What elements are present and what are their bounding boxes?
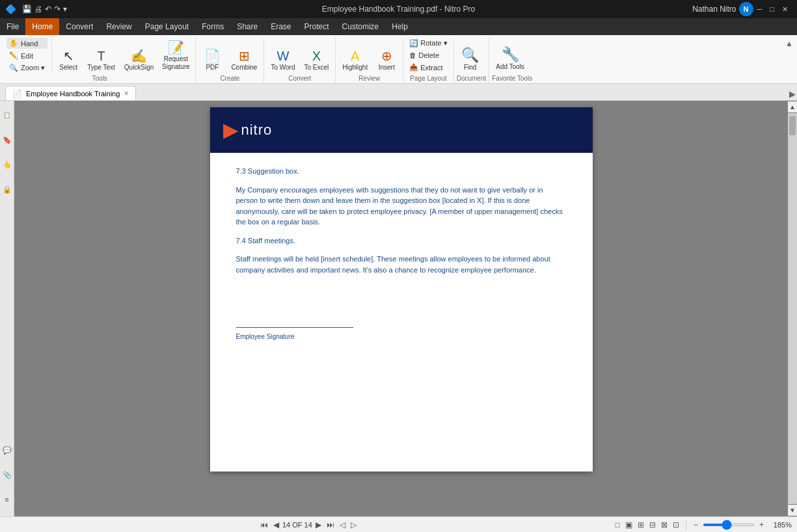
- last-page-button[interactable]: ⏭: [325, 520, 336, 529]
- document-buttons: 🔍 Find: [457, 38, 487, 73]
- tab-scroll-right-button[interactable]: ▶: [788, 88, 797, 100]
- sidebar-panel-icon[interactable]: 📋: [1, 103, 13, 127]
- undo-button[interactable]: ↶: [44, 4, 52, 14]
- document-viewer[interactable]: ▶ nitro 7.3 Suggestion box. My Company e…: [14, 101, 788, 516]
- page-layout-buttons: 🔄 Rotate ▾ 🗑 Delete 📤 Extract: [406, 38, 450, 73]
- hand-icon: ✋: [9, 39, 18, 47]
- menu-convert[interactable]: Convert: [59, 18, 100, 35]
- annotations-icon[interactable]: 👆: [1, 153, 13, 176]
- combine-button[interactable]: ⊞ Combine: [227, 47, 261, 73]
- print-button[interactable]: 🖨: [34, 4, 43, 14]
- window-controls: Nathan Nitro N ─ □ ✕: [692, 2, 792, 16]
- comments-icon[interactable]: 💬: [1, 438, 13, 462]
- save-button[interactable]: 💾: [21, 4, 33, 14]
- menu-page-layout[interactable]: Page Layout: [139, 18, 195, 35]
- type-text-button[interactable]: T Type Text: [83, 47, 119, 73]
- close-button[interactable]: ✕: [778, 4, 792, 15]
- single-page-view-button[interactable]: □: [614, 520, 621, 529]
- attachments-icon[interactable]: 📎: [1, 463, 13, 486]
- right-scrollbar: ▲ ▼: [788, 101, 797, 516]
- maximize-button[interactable]: □: [766, 4, 778, 14]
- double-page-view-button[interactable]: ▣: [624, 520, 634, 529]
- menu-erase[interactable]: Erase: [264, 18, 297, 35]
- menu-file[interactable]: File: [0, 18, 25, 35]
- menu-review[interactable]: Review: [100, 18, 138, 35]
- ribbon-group-favorite-tools: 🔧 Add Tools Favorite Tools: [489, 38, 535, 83]
- customize-qa-button[interactable]: ▾: [62, 4, 68, 14]
- find-button[interactable]: 🔍 Find: [457, 46, 484, 73]
- signature-label: Employee Signature: [236, 332, 567, 341]
- prev-section-button[interactable]: ◁: [338, 520, 347, 529]
- to-word-button[interactable]: W To Word: [267, 47, 299, 73]
- security-icon[interactable]: 🔒: [1, 178, 13, 201]
- highlight-icon: A: [351, 49, 359, 62]
- extract-button[interactable]: 📤 Extract: [406, 62, 446, 73]
- edit-tool-button[interactable]: ✏️ Edit: [7, 50, 47, 61]
- scroll-down-button[interactable]: ▼: [787, 504, 797, 516]
- nitro-logo-icon: ▶: [223, 120, 237, 141]
- panel-view-button[interactable]: ⊡: [671, 520, 681, 529]
- redo-button[interactable]: ↷: [53, 4, 61, 14]
- pdf-button[interactable]: 📄 PDF: [198, 47, 226, 73]
- quick-access-toolbar: 💾 🖨 ↶ ↷ ▾: [19, 4, 70, 14]
- zoom-out-button[interactable]: −: [692, 520, 700, 529]
- ribbon-group-review: A Highlight ⊕ Insert Review: [336, 38, 403, 83]
- fit-view-button[interactable]: ⊠: [660, 520, 669, 529]
- scroll-thumb[interactable]: [789, 116, 796, 135]
- page-info: 14 OF 14: [282, 521, 312, 529]
- properties-icon[interactable]: ≡: [1, 488, 13, 511]
- menu-home[interactable]: Home: [25, 18, 59, 35]
- request-signature-button[interactable]: 📝 Request Signature: [159, 38, 193, 73]
- next-page-button[interactable]: ▶: [314, 520, 323, 529]
- insert-icon: ⊕: [381, 49, 392, 62]
- request-sig-icon: 📝: [168, 41, 184, 54]
- user-area[interactable]: Nathan Nitro N: [692, 2, 753, 16]
- close-tab-button[interactable]: ✕: [124, 90, 129, 97]
- first-page-button[interactable]: ⏮: [258, 520, 270, 529]
- type-text-icon: T: [97, 49, 105, 62]
- section-7-4-body: Staff meetings will be held [insert sche…: [236, 254, 567, 275]
- hand-tool-button[interactable]: ✋ Hand: [7, 38, 47, 49]
- ribbon: ✋ Hand ✏️ Edit 🔍 Zoom ▾ ↖ Select T Type …: [0, 35, 797, 84]
- excel-icon: X: [312, 49, 321, 62]
- spread-view-button[interactable]: ⊞: [636, 520, 645, 529]
- combine-icon: ⊞: [239, 49, 250, 62]
- next-section-button[interactable]: ▷: [349, 520, 358, 529]
- review-group-label: Review: [338, 73, 400, 82]
- minimize-button[interactable]: ─: [753, 4, 766, 14]
- bookmarks-icon[interactable]: 🔖: [1, 128, 13, 152]
- select-button[interactable]: ↖ Select: [55, 47, 82, 73]
- menu-share[interactable]: Share: [230, 18, 264, 35]
- ribbon-group-page-layout: 🔄 Rotate ▾ 🗑 Delete 📤 Extract Page Layou…: [403, 38, 453, 83]
- zoom-slider[interactable]: [703, 524, 755, 526]
- menu-help[interactable]: Help: [385, 18, 414, 35]
- thumbnail-view-button[interactable]: ⊟: [648, 520, 657, 529]
- zoom-in-button[interactable]: +: [757, 520, 766, 529]
- rotate-button[interactable]: 🔄 Rotate ▾: [406, 38, 450, 49]
- scroll-up-button[interactable]: ▲: [787, 101, 797, 113]
- section-7-4-title: 7.4 Staff meetings.: [236, 235, 567, 246]
- nitro-logo: ▶ nitro: [223, 120, 273, 141]
- quicksign-button[interactable]: ✍ QuickSign: [120, 47, 158, 73]
- status-divider: [686, 520, 686, 529]
- user-name: Nathan Nitro: [692, 5, 736, 14]
- delete-button[interactable]: 🗑 Delete: [406, 50, 442, 60]
- menu-forms[interactable]: Forms: [195, 18, 230, 35]
- add-tools-button[interactable]: 🔧 Add Tools: [492, 45, 528, 73]
- quicksign-icon: ✍: [131, 49, 147, 62]
- to-excel-button[interactable]: X To Excel: [300, 47, 332, 73]
- document-tab[interactable]: 📄 Employee Handbook Training ✕: [5, 86, 136, 100]
- convert-group-label: Convert: [267, 73, 332, 82]
- zoom-level: 185%: [768, 521, 792, 529]
- menu-customize[interactable]: Customize: [336, 18, 386, 35]
- highlight-button[interactable]: A Highlight: [338, 47, 371, 73]
- ribbon-group-tools: ✋ Hand ✏️ Edit 🔍 Zoom ▾ ↖ Select T Type …: [4, 38, 196, 83]
- insert-button[interactable]: ⊕ Insert: [373, 47, 400, 73]
- select-icon: ↖: [63, 49, 74, 62]
- zoom-tool-button[interactable]: 🔍 Zoom ▾: [7, 62, 47, 73]
- nitro-logo-text: nitro: [241, 122, 273, 139]
- signature-line: [236, 327, 353, 328]
- menu-protect[interactable]: Protect: [298, 18, 336, 35]
- collapse-ribbon-button[interactable]: ▲: [785, 39, 793, 48]
- prev-page-button[interactable]: ◀: [271, 520, 281, 529]
